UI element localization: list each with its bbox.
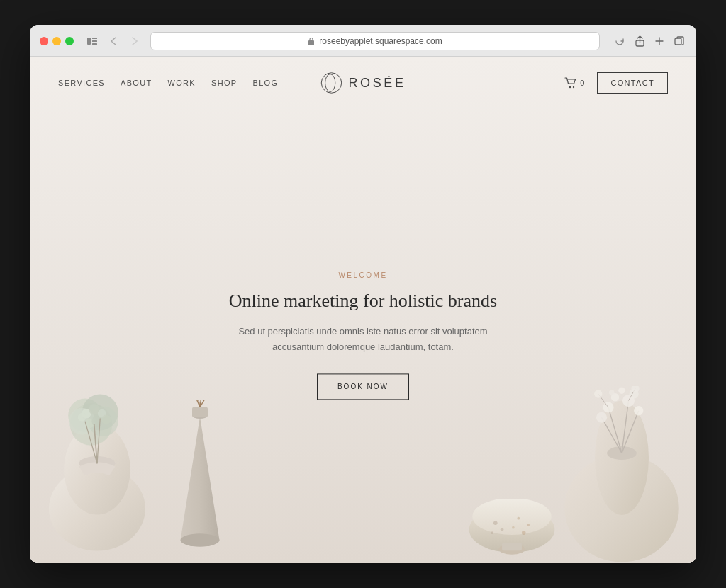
- svg-point-61: [618, 388, 625, 395]
- hero-headline: Online marketing for holistic brands: [221, 289, 505, 313]
- nav-blog[interactable]: BLOG: [252, 79, 278, 87]
- browser-actions: [613, 34, 686, 48]
- nav-right: 0 CONTACT: [564, 72, 668, 94]
- svg-point-64: [472, 499, 551, 535]
- traffic-lights: [40, 37, 74, 45]
- nav-services[interactable]: SERVICES: [58, 79, 105, 87]
- vase-large: [37, 358, 157, 563]
- refresh-button[interactable]: [613, 34, 627, 48]
- forward-button[interactable]: [126, 34, 143, 48]
- minimize-button[interactable]: [52, 37, 61, 45]
- svg-point-74: [321, 73, 341, 93]
- svg-point-70: [501, 528, 504, 531]
- svg-point-72: [522, 531, 526, 535]
- svg-rect-6: [675, 38, 681, 45]
- back-button[interactable]: [105, 34, 122, 48]
- vase-cone: [161, 400, 239, 563]
- svg-line-30: [200, 400, 210, 407]
- svg-line-31: [194, 400, 200, 407]
- svg-rect-0: [87, 38, 91, 45]
- hero-subtext: Sed ut perspiciatis unde omnis iste natu…: [221, 324, 505, 356]
- svg-rect-4: [308, 40, 314, 45]
- logo-area[interactable]: ROSÉE: [320, 72, 406, 94]
- svg-point-25: [181, 533, 220, 546]
- svg-point-19: [91, 416, 102, 426]
- svg-point-69: [527, 524, 530, 526]
- share-button[interactable]: [632, 34, 647, 48]
- svg-point-68: [517, 517, 520, 520]
- maximize-button[interactable]: [65, 37, 74, 45]
- svg-rect-66: [502, 543, 522, 550]
- website-content: SERVICES ABOUT WORK SHOP BLOG ROSÉE: [30, 57, 696, 563]
- cart-icon: [564, 77, 577, 89]
- svg-point-20: [78, 413, 86, 422]
- svg-rect-27: [192, 407, 208, 417]
- nav-shop[interactable]: SHOP: [211, 79, 237, 87]
- book-now-button[interactable]: BOOK NOW: [317, 374, 409, 400]
- svg-point-62: [609, 390, 615, 395]
- nav-work[interactable]: WORK: [168, 79, 196, 87]
- svg-point-71: [512, 526, 515, 529]
- svg-point-54: [596, 412, 607, 423]
- cart-area[interactable]: 0: [564, 77, 584, 89]
- browser-chrome: roseebyapplet.squarespace.com: [30, 25, 696, 57]
- logo-text: ROSÉE: [348, 76, 406, 91]
- svg-rect-3: [92, 43, 97, 45]
- close-button[interactable]: [40, 37, 48, 45]
- svg-rect-2: [92, 40, 97, 42]
- svg-point-73: [491, 531, 493, 534]
- contact-button[interactable]: CONTACT: [597, 72, 668, 94]
- url-text: roseebyapplet.squarespace.com: [319, 36, 442, 46]
- sidebar-toggle[interactable]: [84, 34, 101, 48]
- svg-point-21: [101, 414, 111, 424]
- svg-point-77: [573, 86, 574, 88]
- browser-window: roseebyapplet.squarespace.com: [30, 25, 696, 563]
- browser-controls: [84, 34, 143, 48]
- svg-point-76: [569, 86, 571, 88]
- nav-left: SERVICES ABOUT WORK SHOP BLOG: [58, 79, 278, 87]
- windows-button[interactable]: [672, 34, 686, 48]
- svg-point-53: [634, 406, 643, 415]
- svg-point-59: [594, 390, 602, 397]
- new-tab-button[interactable]: [652, 34, 666, 48]
- navigation: SERVICES ABOUT WORK SHOP BLOG ROSÉE: [30, 57, 696, 109]
- nav-about[interactable]: ABOUT: [121, 79, 152, 87]
- bowl-right: [466, 499, 558, 560]
- logo-icon: [320, 72, 342, 94]
- svg-rect-1: [92, 38, 97, 39]
- welcome-label: WELCOME: [221, 271, 505, 279]
- hero-content: WELCOME Online marketing for holistic br…: [221, 271, 505, 400]
- vases-right-group: [498, 251, 696, 563]
- vase-round-right: [554, 386, 689, 563]
- svg-point-75: [325, 74, 335, 92]
- svg-point-67: [493, 521, 498, 525]
- lock-icon: [308, 37, 315, 45]
- cart-count: 0: [580, 79, 584, 87]
- address-bar[interactable]: roseebyapplet.squarespace.com: [150, 32, 600, 50]
